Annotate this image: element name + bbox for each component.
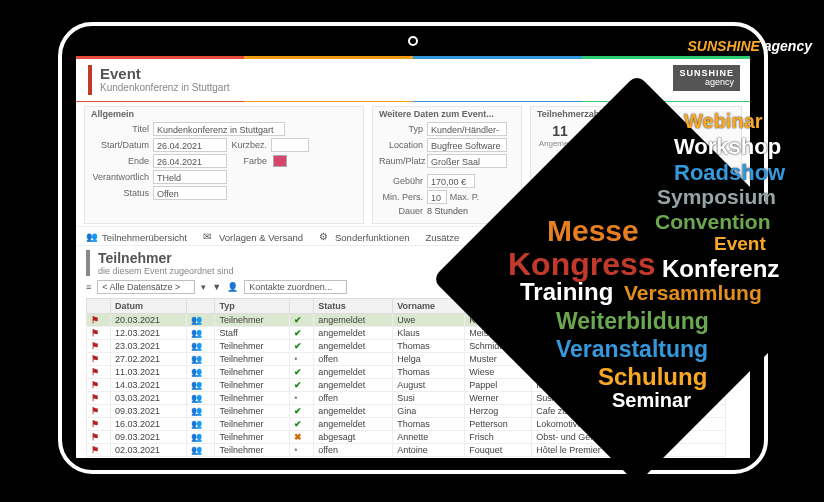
- col-header[interactable]: Firma: [532, 299, 726, 314]
- flag-icon: ⚑: [91, 341, 99, 351]
- section-header: Teilnehmer die diesem Event zugeordnet s…: [76, 246, 750, 278]
- stat-offen: 3Offen: [589, 121, 647, 150]
- people-icon: 👥: [187, 379, 215, 392]
- table-row[interactable]: ⚑16.03.2021👥Teilnehmer✔angemeldetThomasP…: [87, 418, 726, 431]
- people-icon: 👥: [187, 392, 215, 405]
- flag-icon: ⚑: [91, 406, 99, 416]
- panel-teilnehmerzahlen: Teilnehmerzahlen 11Angemeldet3Offen1Abge…: [530, 106, 742, 224]
- camera-icon: [408, 36, 418, 46]
- field-gebuehr[interactable]: 170,00 €: [427, 174, 475, 188]
- col-header[interactable]: Typ: [215, 299, 290, 314]
- flag-icon: ⚑: [91, 328, 99, 338]
- stat-warteliste: 0Warteliste: [531, 150, 589, 179]
- grid-toolbar: ≡ < Alle Datensätze > ▾ ▼ 👤 Kontakte zuo…: [76, 278, 750, 298]
- field-titel[interactable]: Kundenkonferenz in Stuttgart: [153, 122, 285, 136]
- people-icon: 👥: [187, 431, 215, 444]
- laptop-frame: Event Kundenkonferenz in Stuttgart SUNSH…: [58, 22, 768, 474]
- funnel-icon[interactable]: ▼: [212, 282, 221, 292]
- section-desc: die diesem Event zugeordnet sind: [86, 266, 740, 276]
- side-actions: Teilnehmer Hinzufügen Entfernen: [624, 340, 744, 370]
- panel-allgemein: Allgemein TitelKundenkonferenz in Stuttg…: [84, 106, 364, 224]
- tab-vorlagen-versand[interactable]: ✉Vorlagen & Versand: [203, 231, 303, 243]
- table-row[interactable]: ⚑15.03.2021👥Redner✔angemeldetKarl-HeinzM…: [87, 457, 726, 459]
- flag-icon: ⚑: [91, 419, 99, 429]
- table-row[interactable]: ⚑09.03.2021👥Teilnehmer✖abgesagtAnnetteFr…: [87, 431, 726, 444]
- table-row[interactable]: ⚑03.03.2021👥Teilnehmer•offenSusiWernerSu…: [87, 392, 726, 405]
- stat-markiert: 5Markiert: [531, 179, 589, 208]
- col-header[interactable]: Status: [314, 299, 393, 314]
- table-row[interactable]: ⚑02.03.2021👥Teilnehmer•offenAntoineFouqu…: [87, 444, 726, 457]
- field-location[interactable]: Bugfree Software GmbH: [427, 138, 507, 152]
- table-row[interactable]: ⚑20.03.2021👥Teilnehmer✔angemeldetUweKell…: [87, 314, 726, 327]
- flag-icon: ⚑: [91, 393, 99, 403]
- flag-icon: ⚑: [91, 445, 99, 455]
- stat-angemeldet: 11Angemeldet: [531, 121, 589, 150]
- flag-icon: ⚑: [91, 354, 99, 364]
- col-header[interactable]: [87, 299, 111, 314]
- field-dauer: 8 Stunden: [427, 206, 468, 216]
- field-typ[interactable]: Kunden/Händler-Event: [427, 122, 507, 136]
- color-swatch[interactable]: [273, 155, 287, 167]
- field-minpers[interactable]: 10: [427, 190, 447, 204]
- col-header[interactable]: Datum: [110, 299, 186, 314]
- col-header[interactable]: [290, 299, 314, 314]
- col-header[interactable]: [187, 299, 215, 314]
- tab-sonderfunktionen[interactable]: ⚙Sonderfunktionen: [319, 231, 409, 243]
- people-icon: 👥: [187, 327, 215, 340]
- stat-teilgenommen: 0Teilgenommen: [589, 150, 647, 179]
- flag-icon: ⚑: [91, 432, 99, 442]
- people-icon: 👥: [187, 340, 215, 353]
- people-icon: 👥: [187, 405, 215, 418]
- page-header: Event Kundenkonferenz in Stuttgart SUNSH…: [76, 56, 750, 102]
- flag-icon: ⚑: [91, 367, 99, 377]
- app-screen: Event Kundenkonferenz in Stuttgart SUNSH…: [76, 56, 750, 458]
- table-row[interactable]: ⚑14.03.2021👥Teilnehmer✔angemeldetAugustP…: [87, 379, 726, 392]
- field-ende[interactable]: 26.04.2021 17:00: [153, 154, 227, 168]
- filter-icon[interactable]: ▾: [201, 282, 206, 292]
- participants-table: DatumTypStatusVornameNameFirma ⚑20.03.20…: [86, 298, 726, 458]
- remove-button[interactable]: Entfernen: [691, 354, 744, 370]
- gear-icon: ⚙: [319, 231, 331, 243]
- table-row[interactable]: ⚑12.03.2021👥Staff✔angemeldetKlausMeister…: [87, 327, 726, 340]
- col-header[interactable]: Name: [465, 299, 532, 314]
- col-header[interactable]: Vorname: [393, 299, 465, 314]
- brand-logo: SUNSHINEagency: [673, 65, 740, 91]
- table-row[interactable]: ⚑09.03.2021👥Teilnehmer✔angemeldetGinaHer…: [87, 405, 726, 418]
- page-subtitle: Kundenkonferenz in Stuttgart: [88, 82, 738, 93]
- people-icon: 👥: [187, 353, 215, 366]
- person-add-icon[interactable]: 👤: [227, 282, 238, 292]
- people-icon: 👥: [187, 418, 215, 431]
- filter-dropdown[interactable]: < Alle Datensätze >: [97, 280, 195, 294]
- people-icon: 👥: [86, 231, 98, 243]
- panel-weitere: Weitere Daten zum Event... TypKunden/Hän…: [372, 106, 522, 224]
- page-title: Event: [88, 65, 738, 82]
- mail-icon: ✉: [203, 231, 215, 243]
- field-verantwortlich[interactable]: THeld: [153, 170, 227, 184]
- flag-icon: ⚑: [91, 315, 99, 325]
- tab-zusaetze[interactable]: Zusätze: [425, 232, 459, 243]
- field-status[interactable]: Offen: [153, 186, 227, 200]
- people-icon: 👥: [187, 457, 215, 459]
- flag-icon: ⚑: [91, 380, 99, 390]
- section-title: Teilnehmer: [86, 250, 740, 266]
- field-start[interactable]: 26.04.2021 09:00: [153, 138, 227, 152]
- tab-teilnehmeruebersicht[interactable]: 👥Teilnehmerübersicht: [86, 231, 187, 243]
- row-count-icon: ≡: [86, 282, 91, 292]
- field-kurzbez[interactable]: [271, 138, 309, 152]
- field-raum[interactable]: Großer Saal: [427, 154, 507, 168]
- stat-abges: 1Abges: [647, 121, 705, 150]
- tab-bar: 👥Teilnehmerübersicht ✉Vorlagen & Versand…: [76, 226, 750, 246]
- add-button[interactable]: Hinzufügen: [625, 354, 685, 370]
- people-icon: 👥: [187, 444, 215, 457]
- people-icon: 👥: [187, 314, 215, 327]
- assign-contacts-dropdown[interactable]: Kontakte zuordnen...: [244, 280, 347, 294]
- stat-plätze: 139Plätze: [647, 150, 705, 179]
- people-icon: 👥: [187, 366, 215, 379]
